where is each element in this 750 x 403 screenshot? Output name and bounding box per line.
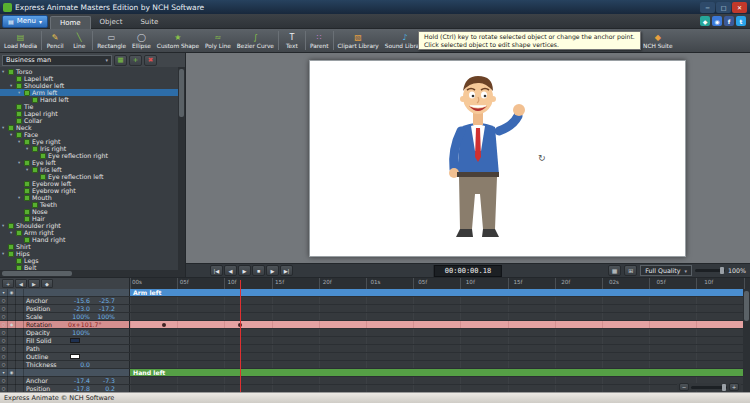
business-man-character[interactable] xyxy=(422,69,534,251)
tree-item-legs[interactable]: Legs xyxy=(0,257,185,264)
image-view-button[interactable]: ▦ xyxy=(608,265,621,276)
tree-horizontal-scrollbar[interactable] xyxy=(0,270,185,277)
tree-item-eye-reflection-right[interactable]: Eye reflection right xyxy=(0,152,185,159)
keyframe-toggle-icon[interactable]: ○ xyxy=(0,329,8,337)
previous-frame-button[interactable]: ◀ xyxy=(224,265,237,276)
quality-dropdown[interactable]: Full Quality ▾ xyxy=(640,265,692,276)
tree-item-collar[interactable]: Collar xyxy=(0,117,185,124)
track-prop-opacity[interactable]: ○Opacity100% xyxy=(0,329,743,337)
tree-item-arm-left[interactable]: ▾Arm left xyxy=(0,89,185,96)
track-keyframe-area[interactable] xyxy=(130,321,743,328)
visibility-icon[interactable] xyxy=(8,305,16,313)
minimize-button[interactable]: ─ xyxy=(700,2,715,13)
keyframe-dot[interactable] xyxy=(162,323,166,327)
keyframe-toggle-icon[interactable]: ○ xyxy=(0,385,8,393)
keyframe-toggle-icon[interactable]: ○ xyxy=(0,313,8,321)
track-keyframe-area[interactable] xyxy=(130,329,743,336)
keyframe-toggle-icon[interactable]: ▾ xyxy=(0,289,8,297)
canvas-zoom-slider[interactable] xyxy=(695,269,725,272)
property-value[interactable]: 0.0 xyxy=(68,361,93,368)
track-prop-fill-solid[interactable]: ○Fill Solid xyxy=(0,337,743,345)
track-keyframe-area[interactable] xyxy=(130,377,743,384)
timeline-vertical-scrollbar[interactable] xyxy=(743,289,750,392)
visibility-icon[interactable] xyxy=(8,329,16,337)
keyframe-toggle-icon[interactable]: ○ xyxy=(0,361,8,369)
next-frame-button[interactable]: ▶ xyxy=(266,265,279,276)
maximize-button[interactable]: □ xyxy=(716,2,731,13)
visibility-icon[interactable] xyxy=(8,353,16,361)
track-keyframe-area[interactable] xyxy=(130,337,743,344)
go-to-start-button[interactable]: |◀ xyxy=(210,265,223,276)
track-name-bar[interactable]: Hand left xyxy=(130,369,743,376)
tree-item-eye-left[interactable]: ▾Eye left xyxy=(0,159,185,166)
go-to-end-button[interactable]: ▶| xyxy=(280,265,293,276)
visibility-icon[interactable] xyxy=(8,377,16,385)
add-keyframe-button[interactable]: + xyxy=(2,279,14,288)
track-prop-anchor[interactable]: ○Anchor-15.6-25.7 xyxy=(0,297,743,305)
lock-icon[interactable] xyxy=(16,385,24,393)
track-name-bar-area[interactable]: Arm left xyxy=(130,289,743,296)
community-icon[interactable]: ◆ xyxy=(700,16,710,26)
property-value[interactable]: -23.0 xyxy=(68,305,93,312)
lock-icon[interactable] xyxy=(16,345,24,353)
slider-thumb[interactable] xyxy=(722,384,726,391)
tree-item-hand-right[interactable]: Hand right xyxy=(0,236,185,243)
bezier-curve-button[interactable]: ∫Bezier Curve xyxy=(234,29,277,52)
nch-suite-button[interactable]: ◆NCH Suite xyxy=(640,29,675,52)
track-group-arm-left[interactable]: ▾◉Arm left xyxy=(0,289,743,297)
tree-item-hand-left[interactable]: Hand left xyxy=(0,96,185,103)
lock-icon[interactable] xyxy=(16,313,24,321)
keyframe-toggle-icon[interactable]: ○ xyxy=(0,377,8,385)
track-keyframe-area[interactable] xyxy=(130,297,743,304)
color-swatch[interactable] xyxy=(70,338,80,343)
track-keyframe-area[interactable] xyxy=(130,313,743,320)
delete-object-button[interactable]: ✖ xyxy=(144,55,157,66)
track-prop-rotation[interactable]: ○◆Rotation0x+101.7° xyxy=(0,321,743,329)
tree-item-eyebrow-right[interactable]: Eyebrow right xyxy=(0,187,185,194)
tree-item-hair[interactable]: Hair xyxy=(0,215,185,222)
tree-item-mouth[interactable]: ▾Mouth xyxy=(0,194,185,201)
track-group-hand-left[interactable]: ▾◉Hand left xyxy=(0,369,743,377)
keyframe-toggle-icon[interactable]: ○ xyxy=(0,321,8,329)
lock-icon[interactable] xyxy=(16,289,24,297)
visibility-icon[interactable] xyxy=(8,313,16,321)
property-value[interactable]: -17.8 xyxy=(68,385,93,392)
components-button[interactable]: ▦ xyxy=(114,55,127,66)
tree-item-teeth[interactable]: Teeth xyxy=(0,201,185,208)
close-button[interactable]: ✕ xyxy=(732,2,747,13)
web-icon[interactable]: ◉ xyxy=(712,16,722,26)
tree-item-lapel-left[interactable]: Lapel left xyxy=(0,75,185,82)
line-button[interactable]: ╲Line xyxy=(67,29,91,52)
lock-icon[interactable] xyxy=(16,297,24,305)
track-prop-outline[interactable]: ○Outline xyxy=(0,353,743,361)
property-value[interactable]: -17.4 xyxy=(68,377,93,384)
timeline-zoom-slider[interactable] xyxy=(691,386,727,389)
tab-home[interactable]: Home xyxy=(50,16,91,29)
text-button[interactable]: TText xyxy=(280,29,304,52)
pencil-button[interactable]: ✎Pencil xyxy=(43,29,67,52)
playhead[interactable] xyxy=(240,280,241,392)
property-value[interactable]: 0x+101.7° xyxy=(68,321,105,328)
visibility-icon[interactable] xyxy=(8,361,16,369)
lock-icon[interactable] xyxy=(16,329,24,337)
play-button[interactable]: ▶ xyxy=(238,265,251,276)
ellipse-button[interactable]: ◯Ellipse xyxy=(129,29,154,52)
tree-item-neck[interactable]: ▾Neck xyxy=(0,124,185,131)
keyframe-toggle-icon[interactable]: ○ xyxy=(0,345,8,353)
lock-icon[interactable] xyxy=(16,361,24,369)
lock-icon[interactable] xyxy=(16,337,24,345)
prev-keyframe-button[interactable]: ◀ xyxy=(15,279,27,288)
color-swatch[interactable] xyxy=(70,354,80,359)
timeline-zoom-in-button[interactable]: + xyxy=(729,383,739,391)
canvas-area[interactable]: ↻ xyxy=(186,53,750,263)
clipart-library-button[interactable]: ▧Clipart Library xyxy=(335,29,382,52)
scrollbar-thumb[interactable] xyxy=(179,69,184,117)
poly-line-button[interactable]: ≈Poly Line xyxy=(202,29,234,52)
slider-thumb[interactable] xyxy=(720,267,724,274)
tree-item-lapel-right[interactable]: Lapel right xyxy=(0,110,185,117)
tree-item-hips[interactable]: ▾Hips xyxy=(0,250,185,257)
scrollbar-thumb[interactable] xyxy=(744,291,749,321)
tree-item-tie[interactable]: Tie xyxy=(0,103,185,110)
visibility-icon[interactable] xyxy=(8,297,16,305)
tree-item-torso[interactable]: ▾Torso xyxy=(0,68,185,75)
